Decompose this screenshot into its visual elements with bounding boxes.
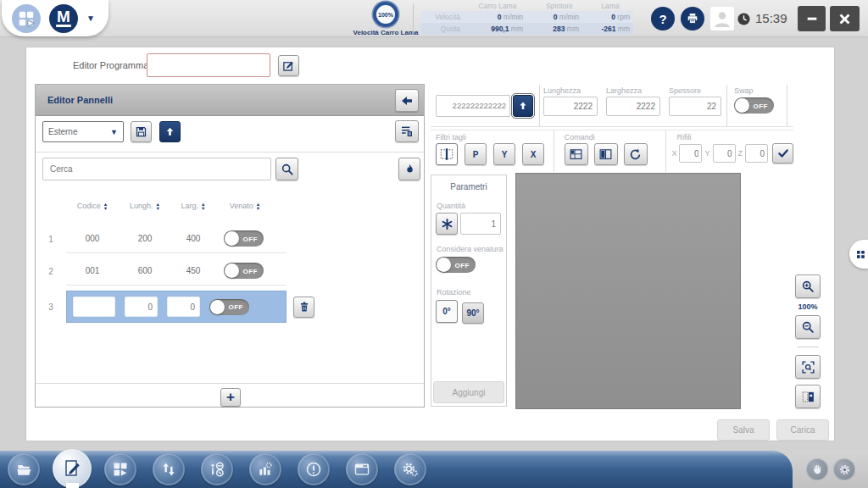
header-codice[interactable]: Codice▲▼ — [66, 202, 119, 210]
screws-icon — [209, 461, 225, 478]
topbar-divider — [413, 3, 414, 34]
flip-view-button[interactable] — [795, 385, 821, 408]
search-input[interactable] — [42, 158, 271, 180]
bar-chart-icon — [257, 461, 274, 478]
filter-x-button[interactable]: X — [522, 143, 544, 165]
settings-button[interactable] — [394, 453, 426, 485]
panel-row-2[interactable]: 2 001 600 450 OFF — [36, 256, 424, 286]
logo-group: M ▼ — [2, 0, 108, 36]
columns-icon — [598, 147, 613, 162]
plus-icon: + — [226, 389, 235, 406]
panel-row-3-selected[interactable]: 3 OFF — [36, 291, 424, 323]
collapse-panel-button[interactable] — [395, 89, 419, 112]
grain-toggle[interactable]: OFF — [436, 257, 476, 273]
panel-row-1[interactable]: 1 000 200 400 OFF — [36, 224, 424, 254]
minimize-button[interactable] — [798, 6, 826, 31]
alarms-button[interactable] — [298, 453, 330, 485]
help-button[interactable]: ? — [651, 7, 675, 30]
trim-y-input[interactable] — [713, 144, 736, 163]
filter-p-button[interactable]: P — [465, 143, 487, 165]
row-index: 3 — [36, 302, 66, 312]
filter-all-button[interactable] — [436, 143, 458, 165]
row1-venato-toggle[interactable]: OFF — [224, 230, 264, 247]
quantity-input[interactable] — [460, 213, 501, 235]
dim-larghezza-input[interactable] — [606, 97, 660, 116]
tooling-button[interactable] — [201, 453, 233, 485]
swap-label: Swap — [734, 86, 780, 95]
split-view-button[interactable] — [594, 143, 618, 165]
sort-icon: ▲▼ — [256, 202, 260, 210]
zoom-in-button[interactable] — [795, 274, 821, 298]
add-row-button[interactable]: + — [220, 388, 241, 407]
dim-lunghezza-input[interactable] — [543, 97, 598, 116]
row3-lungh-input[interactable] — [125, 297, 158, 317]
brand-logo-button[interactable]: M — [49, 4, 78, 33]
dim-spessore-input[interactable] — [669, 97, 721, 116]
grain-label: Considera venatura — [437, 245, 506, 253]
rotation-0-button[interactable]: 0° — [436, 300, 458, 323]
refresh-button[interactable] — [624, 143, 648, 165]
confirm-trims-button[interactable] — [772, 143, 793, 164]
open-program-button[interactable] — [8, 453, 40, 485]
zoom-out-button[interactable] — [795, 315, 821, 339]
pause-hand-button[interactable] — [806, 458, 828, 480]
program-name-input[interactable] — [147, 53, 270, 77]
panel-table-header: Codice▲▼ Lungh.▲▼ Larg.▲▼ Venato▲▼ — [66, 202, 287, 210]
load-button[interactable]: Carica — [776, 419, 829, 441]
load-piece-button[interactable] — [513, 95, 533, 117]
row1-lungh: 200 — [119, 234, 171, 243]
save-button[interactable]: Salva — [717, 419, 770, 441]
apps-menu-button[interactable] — [12, 4, 41, 33]
close-button[interactable] — [830, 6, 860, 31]
panel-list-button[interactable] — [395, 120, 419, 142]
user-avatar-button[interactable] — [710, 7, 734, 30]
header-venato[interactable]: Venato▲▼ — [215, 202, 275, 210]
run-program-button[interactable] — [104, 453, 136, 485]
filter-y-button[interactable]: Y — [493, 143, 515, 165]
rotation-90-button[interactable]: 90° — [462, 302, 484, 324]
position-carro-lama: 990,1 mm — [464, 25, 531, 33]
header-larg[interactable]: Larg.▲▼ — [171, 202, 215, 210]
logo-dropdown-caret-icon[interactable]: ▼ — [86, 14, 95, 23]
quantity-label: Quantità — [437, 202, 506, 210]
taskbar-right — [793, 451, 868, 488]
gauge-ring[interactable]: 100% — [373, 2, 398, 27]
quantity-auto-button[interactable] — [436, 213, 458, 235]
side-drawer-handle[interactable] — [849, 240, 868, 269]
panel-type-select[interactable]: Esterne ▼ — [42, 121, 124, 142]
diagnostics-button[interactable] — [346, 453, 378, 485]
zoom-fit-button[interactable] — [795, 355, 821, 379]
row3-venato-toggle[interactable]: OFF — [209, 299, 249, 315]
optimize-button[interactable] — [565, 143, 588, 165]
delete-row-button[interactable] — [293, 297, 314, 318]
system-settings-button[interactable] — [833, 458, 855, 480]
trim-z-input[interactable] — [745, 144, 768, 163]
main-content: Editor Programma Editor Pannelli Esterne… — [25, 47, 835, 441]
piece-code-input[interactable] — [436, 95, 510, 117]
apps-grid-icon — [17, 9, 36, 28]
add-piece-button[interactable]: Aggiungi — [433, 381, 504, 403]
row2-venato-toggle[interactable]: OFF — [224, 263, 264, 279]
trim-x-input[interactable] — [679, 144, 702, 163]
row3-larg-input[interactable] — [167, 297, 200, 317]
hot-filter-button[interactable] — [398, 158, 420, 180]
folder-icon — [15, 461, 32, 478]
upload-arrow-icon — [164, 126, 175, 137]
row3-codice-input[interactable] — [73, 297, 115, 317]
import-panels-button[interactable] — [159, 121, 181, 142]
print-button[interactable] — [681, 7, 704, 30]
swap-toggle[interactable]: OFF — [734, 97, 774, 114]
row2-lungh: 600 — [119, 266, 171, 275]
cutting-scheme-canvas[interactable] — [515, 173, 741, 409]
gears-icon — [402, 461, 419, 478]
header-lungh[interactable]: Lungh.▲▼ — [119, 202, 171, 210]
commands-group: Comandi — [554, 130, 667, 172]
statistics-button[interactable] — [249, 453, 281, 485]
edit-program-button[interactable] — [278, 55, 299, 76]
search-button[interactable] — [275, 158, 298, 180]
axes-move-button[interactable] — [153, 453, 185, 485]
asterisk-icon — [441, 218, 453, 230]
save-panels-button[interactable] — [131, 121, 152, 142]
sort-icon: ▲▼ — [201, 202, 205, 210]
commands-title: Comandi — [559, 130, 666, 143]
